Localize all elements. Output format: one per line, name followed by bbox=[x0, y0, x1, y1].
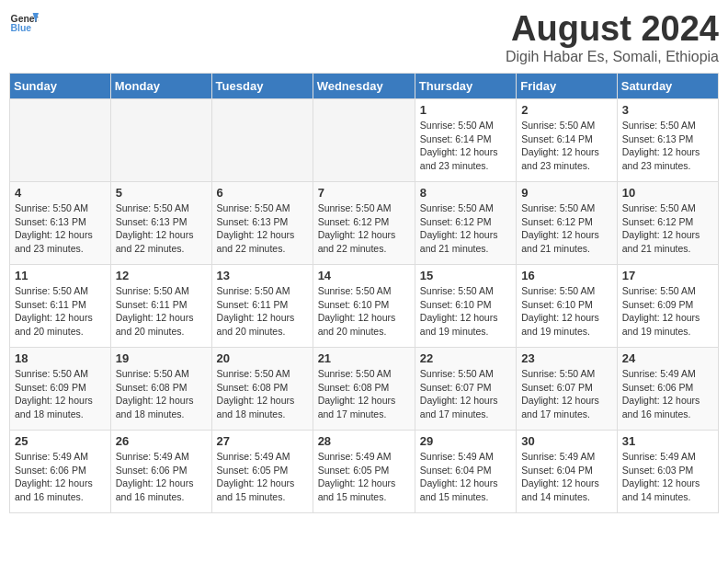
calendar-cell: 11Sunrise: 5:50 AM Sunset: 6:11 PM Dayli… bbox=[10, 265, 111, 348]
day-info: Sunrise: 5:50 AM Sunset: 6:13 PM Dayligh… bbox=[15, 201, 106, 256]
day-info: Sunrise: 5:50 AM Sunset: 6:07 PM Dayligh… bbox=[420, 367, 511, 421]
calendar-cell: 1Sunrise: 5:50 AM Sunset: 6:14 PM Daylig… bbox=[415, 99, 516, 182]
day-number: 30 bbox=[521, 434, 612, 448]
day-info: Sunrise: 5:49 AM Sunset: 6:04 PM Dayligh… bbox=[420, 450, 511, 504]
day-number: 26 bbox=[116, 434, 207, 448]
day-info: Sunrise: 5:50 AM Sunset: 6:07 PM Dayligh… bbox=[521, 367, 612, 421]
day-number: 28 bbox=[318, 434, 410, 448]
day-number: 29 bbox=[420, 434, 511, 448]
day-number: 10 bbox=[622, 186, 713, 200]
day-number: 13 bbox=[217, 269, 308, 282]
calendar-cell: 15Sunrise: 5:50 AM Sunset: 6:10 PM Dayli… bbox=[415, 265, 516, 348]
header-friday: Friday bbox=[517, 74, 618, 99]
calendar-cell: 3Sunrise: 5:50 AM Sunset: 6:13 PM Daylig… bbox=[617, 99, 718, 182]
day-number: 7 bbox=[318, 186, 410, 200]
day-info: Sunrise: 5:50 AM Sunset: 6:12 PM Dayligh… bbox=[420, 201, 511, 256]
week-row-5: 25Sunrise: 5:49 AM Sunset: 6:06 PM Dayli… bbox=[10, 431, 719, 513]
calendar-cell: 26Sunrise: 5:49 AM Sunset: 6:06 PM Dayli… bbox=[110, 431, 211, 513]
day-info: Sunrise: 5:50 AM Sunset: 6:08 PM Dayligh… bbox=[217, 367, 308, 421]
week-row-3: 11Sunrise: 5:50 AM Sunset: 6:11 PM Dayli… bbox=[10, 265, 719, 348]
calendar-cell: 25Sunrise: 5:49 AM Sunset: 6:06 PM Dayli… bbox=[10, 431, 111, 513]
day-number: 20 bbox=[217, 351, 308, 365]
day-info: Sunrise: 5:50 AM Sunset: 6:14 PM Dayligh… bbox=[420, 119, 511, 173]
day-number: 21 bbox=[318, 351, 410, 365]
day-number: 4 bbox=[15, 186, 106, 200]
calendar-cell: 31Sunrise: 5:49 AM Sunset: 6:03 PM Dayli… bbox=[617, 431, 718, 513]
day-number: 27 bbox=[217, 434, 308, 448]
day-info: Sunrise: 5:49 AM Sunset: 6:05 PM Dayligh… bbox=[318, 450, 410, 504]
calendar-cell: 30Sunrise: 5:49 AM Sunset: 6:04 PM Dayli… bbox=[517, 431, 618, 513]
calendar-cell bbox=[110, 99, 211, 182]
header-thursday: Thursday bbox=[415, 74, 516, 99]
day-info: Sunrise: 5:50 AM Sunset: 6:09 PM Dayligh… bbox=[15, 367, 106, 421]
calendar-cell: 17Sunrise: 5:50 AM Sunset: 6:09 PM Dayli… bbox=[617, 265, 718, 348]
calendar-cell: 16Sunrise: 5:50 AM Sunset: 6:10 PM Dayli… bbox=[517, 265, 618, 348]
day-info: Sunrise: 5:50 AM Sunset: 6:09 PM Dayligh… bbox=[622, 284, 713, 339]
day-info: Sunrise: 5:50 AM Sunset: 6:12 PM Dayligh… bbox=[521, 201, 612, 256]
week-row-4: 18Sunrise: 5:50 AM Sunset: 6:09 PM Dayli… bbox=[10, 348, 719, 431]
day-info: Sunrise: 5:49 AM Sunset: 6:04 PM Dayligh… bbox=[521, 450, 612, 504]
day-info: Sunrise: 5:50 AM Sunset: 6:10 PM Dayligh… bbox=[521, 284, 612, 339]
day-info: Sunrise: 5:50 AM Sunset: 6:08 PM Dayligh… bbox=[318, 367, 410, 421]
day-info: Sunrise: 5:50 AM Sunset: 6:11 PM Dayligh… bbox=[116, 284, 207, 339]
day-info: Sunrise: 5:50 AM Sunset: 6:13 PM Dayligh… bbox=[622, 119, 713, 173]
day-number: 19 bbox=[116, 351, 207, 365]
header-wednesday: Wednesday bbox=[313, 74, 415, 99]
calendar-cell: 21Sunrise: 5:50 AM Sunset: 6:08 PM Dayli… bbox=[313, 348, 415, 431]
day-number: 14 bbox=[318, 269, 410, 282]
day-info: Sunrise: 5:49 AM Sunset: 6:03 PM Dayligh… bbox=[622, 450, 713, 504]
calendar-cell: 23Sunrise: 5:50 AM Sunset: 6:07 PM Dayli… bbox=[517, 348, 618, 431]
week-row-1: 1Sunrise: 5:50 AM Sunset: 6:14 PM Daylig… bbox=[10, 99, 719, 182]
day-info: Sunrise: 5:49 AM Sunset: 6:06 PM Dayligh… bbox=[622, 367, 713, 421]
day-number: 12 bbox=[116, 269, 207, 282]
page-header: General Blue August 2024 Digih Habar Es,… bbox=[9, 9, 719, 65]
logo-icon: General Blue bbox=[9, 9, 39, 39]
calendar-cell: 20Sunrise: 5:50 AM Sunset: 6:08 PM Dayli… bbox=[211, 348, 313, 431]
calendar-cell: 6Sunrise: 5:50 AM Sunset: 6:13 PM Daylig… bbox=[211, 182, 313, 265]
day-number: 9 bbox=[521, 186, 612, 200]
day-number: 25 bbox=[15, 434, 106, 448]
day-info: Sunrise: 5:50 AM Sunset: 6:11 PM Dayligh… bbox=[15, 284, 106, 339]
day-info: Sunrise: 5:50 AM Sunset: 6:10 PM Dayligh… bbox=[420, 284, 511, 339]
day-info: Sunrise: 5:49 AM Sunset: 6:06 PM Dayligh… bbox=[15, 450, 106, 504]
calendar-cell bbox=[10, 99, 111, 182]
header-saturday: Saturday bbox=[617, 74, 718, 99]
header-sunday: Sunday bbox=[10, 74, 111, 99]
location-title: Digih Habar Es, Somali, Ethiopia bbox=[506, 49, 719, 65]
month-title: August 2024 bbox=[506, 9, 719, 49]
calendar-cell: 2Sunrise: 5:50 AM Sunset: 6:14 PM Daylig… bbox=[517, 99, 618, 182]
calendar-cell: 18Sunrise: 5:50 AM Sunset: 6:09 PM Dayli… bbox=[10, 348, 111, 431]
header-monday: Monday bbox=[110, 74, 211, 99]
calendar-cell: 28Sunrise: 5:49 AM Sunset: 6:05 PM Dayli… bbox=[313, 431, 415, 513]
day-number: 31 bbox=[622, 434, 713, 448]
day-number: 11 bbox=[15, 269, 106, 282]
day-info: Sunrise: 5:49 AM Sunset: 6:05 PM Dayligh… bbox=[217, 450, 308, 504]
day-info: Sunrise: 5:50 AM Sunset: 6:11 PM Dayligh… bbox=[217, 284, 308, 339]
day-info: Sunrise: 5:50 AM Sunset: 6:12 PM Dayligh… bbox=[318, 201, 410, 256]
day-number: 24 bbox=[622, 351, 713, 365]
calendar-cell: 24Sunrise: 5:49 AM Sunset: 6:06 PM Dayli… bbox=[617, 348, 718, 431]
logo: General Blue bbox=[9, 9, 39, 39]
day-number: 5 bbox=[116, 186, 207, 200]
day-number: 8 bbox=[420, 186, 511, 200]
day-number: 22 bbox=[420, 351, 511, 365]
day-info: Sunrise: 5:50 AM Sunset: 6:08 PM Dayligh… bbox=[116, 367, 207, 421]
day-info: Sunrise: 5:49 AM Sunset: 6:06 PM Dayligh… bbox=[116, 450, 207, 504]
week-row-2: 4Sunrise: 5:50 AM Sunset: 6:13 PM Daylig… bbox=[10, 182, 719, 265]
calendar-cell: 7Sunrise: 5:50 AM Sunset: 6:12 PM Daylig… bbox=[313, 182, 415, 265]
calendar-cell: 9Sunrise: 5:50 AM Sunset: 6:12 PM Daylig… bbox=[517, 182, 618, 265]
day-number: 15 bbox=[420, 269, 511, 282]
calendar-cell: 14Sunrise: 5:50 AM Sunset: 6:10 PM Dayli… bbox=[313, 265, 415, 348]
svg-text:Blue: Blue bbox=[11, 23, 32, 33]
calendar-cell: 12Sunrise: 5:50 AM Sunset: 6:11 PM Dayli… bbox=[110, 265, 211, 348]
calendar-cell: 8Sunrise: 5:50 AM Sunset: 6:12 PM Daylig… bbox=[415, 182, 516, 265]
day-number: 17 bbox=[622, 269, 713, 282]
day-number: 6 bbox=[217, 186, 308, 200]
day-number: 18 bbox=[15, 351, 106, 365]
calendar-header-row: Sunday Monday Tuesday Wednesday Thursday… bbox=[10, 74, 719, 99]
calendar-table: Sunday Monday Tuesday Wednesday Thursday… bbox=[9, 73, 719, 513]
header-tuesday: Tuesday bbox=[211, 74, 313, 99]
calendar-cell: 19Sunrise: 5:50 AM Sunset: 6:08 PM Dayli… bbox=[110, 348, 211, 431]
day-number: 16 bbox=[521, 269, 612, 282]
calendar-cell: 22Sunrise: 5:50 AM Sunset: 6:07 PM Dayli… bbox=[415, 348, 516, 431]
